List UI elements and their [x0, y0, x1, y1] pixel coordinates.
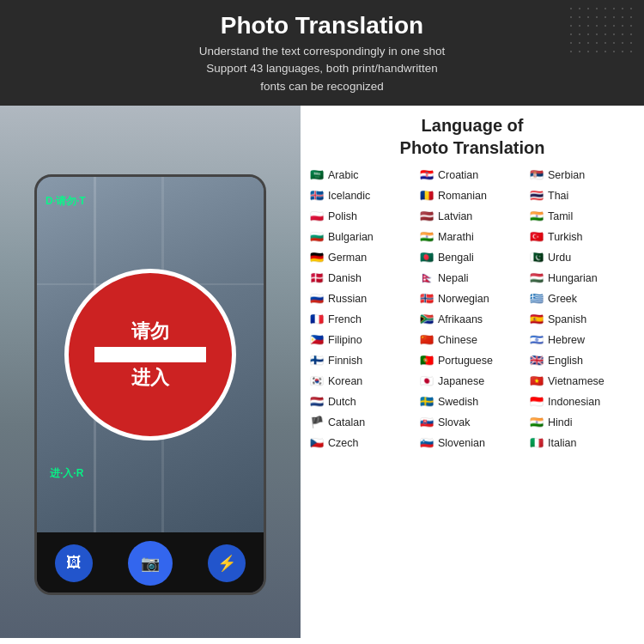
flag-icon: 🇨🇿 — [309, 435, 325, 451]
flag-icon: 🇩🇪 — [309, 250, 325, 265]
gallery-button[interactable]: 🖼 — [55, 544, 93, 582]
list-item: 🇸🇪Swedish — [417, 392, 527, 411]
language-name: Finnish — [328, 355, 362, 367]
flag-icon: 🇳🇱 — [309, 394, 325, 410]
list-item: 🇷🇸Serbian — [527, 166, 637, 185]
list-item: 🇰🇷Korean — [307, 372, 417, 391]
flag-icon: 🇯🇵 — [419, 374, 434, 389]
language-name: Chinese — [438, 334, 477, 346]
flash-button[interactable]: ⚡ — [208, 544, 246, 582]
flag-icon: 🇵🇰 — [529, 250, 544, 265]
list-item: 🇱🇻Latvian — [417, 207, 527, 226]
language-name: Indonesian — [548, 396, 600, 408]
language-name: Italian — [548, 437, 576, 449]
flag-icon: 🇮🇸 — [309, 188, 325, 204]
language-name: Tamil — [548, 210, 573, 222]
list-item: 🇮🇳Hindi — [527, 413, 637, 432]
language-name: Marathi — [438, 231, 474, 243]
list-item: 🇹🇭Thai — [527, 186, 637, 205]
list-item: 🇬🇧English — [527, 351, 637, 370]
list-item: 🇮🇳Marathi — [417, 228, 527, 246]
flag-icon: 🇮🇹 — [529, 435, 544, 451]
header-subtitle: Understand the text correspondingly in o… — [17, 43, 627, 95]
list-item: 🇧🇬Bulgarian — [307, 228, 417, 246]
language-name: Norwegian — [438, 293, 489, 305]
flag-icon: 🇰🇷 — [309, 374, 325, 389]
language-name: Greek — [548, 293, 577, 305]
main-content: 请勿 进入 D·请勿·T 进·入·R 🖼 📷 — [0, 106, 644, 638]
language-name: Hebrew — [548, 334, 585, 346]
device-sign-bar — [94, 347, 206, 362]
list-item: 🇭🇺Hungarian — [527, 269, 637, 288]
language-name: Polish — [328, 210, 357, 222]
flag-icon: 🇧🇬 — [309, 229, 325, 245]
flag-icon: 🏴 — [309, 415, 325, 430]
language-name: Bulgarian — [328, 231, 374, 243]
language-name: Croatian — [438, 169, 478, 181]
flag-icon: 🇱🇻 — [419, 209, 434, 224]
list-item: 🇳🇵Nepali — [417, 269, 527, 288]
language-name: Dutch — [328, 396, 356, 408]
chinese-bottom-text: 进入 — [131, 365, 169, 391]
list-item: 🇨🇳Chinese — [417, 331, 527, 349]
list-item: 🇨🇿Czech — [307, 434, 417, 453]
language-column-2: 🇭🇷Croatian🇷🇴Romanian🇱🇻Latvian🇮🇳Marathi🇧🇩… — [417, 166, 527, 453]
flag-icon: 🇷🇺 — [309, 291, 325, 307]
language-name: Spanish — [548, 313, 586, 325]
flag-icon: 🇸🇰 — [419, 415, 434, 430]
language-name: Bengali — [438, 252, 474, 264]
list-item: 🇭🇷Croatian — [417, 166, 527, 185]
list-item: 🇳🇱Dutch — [307, 392, 417, 411]
chinese-top-text: 请勿 — [131, 319, 169, 344]
flag-icon: 🇵🇹 — [419, 353, 434, 368]
language-name: Romanian — [438, 190, 487, 202]
language-columns: 🇸🇦Arabic🇮🇸Icelandic🇵🇱Polish🇧🇬Bulgarian🇩🇪… — [307, 166, 637, 453]
language-name: Hungarian — [548, 272, 598, 284]
list-item: 🇵🇹Portuguese — [417, 351, 527, 370]
language-name: Korean — [328, 375, 362, 387]
list-item: 🇷🇴Romanian — [417, 186, 527, 205]
list-item: 🇩🇰Danish — [307, 269, 417, 288]
list-item: 🇵🇭Filipino — [307, 331, 417, 349]
language-name: German — [328, 252, 367, 264]
list-item: 🇷🇺Russian — [307, 289, 417, 308]
language-name: Urdu — [548, 252, 571, 264]
list-item: 🇻🇳Vietnamese — [527, 372, 637, 391]
flag-icon: 🇮🇳 — [419, 229, 434, 245]
flag-icon: 🇮🇳 — [529, 415, 544, 430]
list-item: 🇿🇦Afrikaans — [417, 310, 527, 329]
language-name: English — [548, 355, 583, 367]
photo-side: 请勿 进入 D·请勿·T 进·入·R 🖼 📷 — [0, 106, 301, 638]
list-item: 🇵🇱Polish — [307, 207, 417, 226]
translation-overlay-left: D·请勿·T — [46, 194, 86, 209]
list-item: 🇪🇸Spanish — [527, 310, 637, 329]
list-item: 🇫🇷French — [307, 310, 417, 329]
flag-icon: 🇧🇩 — [419, 250, 434, 265]
camera-button[interactable]: 📷 — [128, 541, 173, 586]
flag-icon: 🇬🇷 — [529, 291, 544, 307]
list-item: 🇮🇩Indonesian — [527, 392, 637, 411]
flag-icon: 🇭🇷 — [419, 167, 434, 183]
list-item: 🇹🇷Turkish — [527, 228, 637, 246]
flag-icon: 🇸🇪 — [419, 394, 434, 410]
language-name: Hindi — [548, 416, 573, 428]
flag-icon: 🇬🇧 — [529, 353, 544, 368]
language-name: Slovenian — [438, 437, 485, 449]
language-column-3: 🇷🇸Serbian🇹🇭Thai🇮🇳Tamil🇹🇷Turkish🇵🇰Urdu🇭🇺H… — [527, 166, 637, 453]
language-column-1: 🇸🇦Arabic🇮🇸Icelandic🇵🇱Polish🇧🇬Bulgarian🇩🇪… — [307, 166, 417, 453]
language-name: Arabic — [328, 169, 358, 181]
list-item: 🇯🇵Japanese — [417, 372, 527, 391]
lang-section-title: Language of Photo Translation — [307, 114, 637, 159]
language-name: Icelandic — [328, 190, 370, 202]
language-name: Portuguese — [438, 355, 493, 367]
flag-icon: 🇹🇷 — [529, 229, 544, 245]
language-name: Swedish — [438, 396, 478, 408]
camera-device: 请勿 进入 D·请勿·T 进·入·R 🖼 📷 — [34, 174, 266, 595]
language-name: Catalan — [328, 416, 365, 428]
list-item: 🇩🇪German — [307, 248, 417, 267]
flag-icon: 🇻🇳 — [529, 374, 544, 389]
list-item: 🇳🇴Norwegian — [417, 289, 527, 308]
flag-icon: 🇸🇦 — [309, 167, 325, 183]
flag-icon: 🇹🇭 — [529, 188, 544, 204]
language-name: Japanese — [438, 375, 484, 387]
